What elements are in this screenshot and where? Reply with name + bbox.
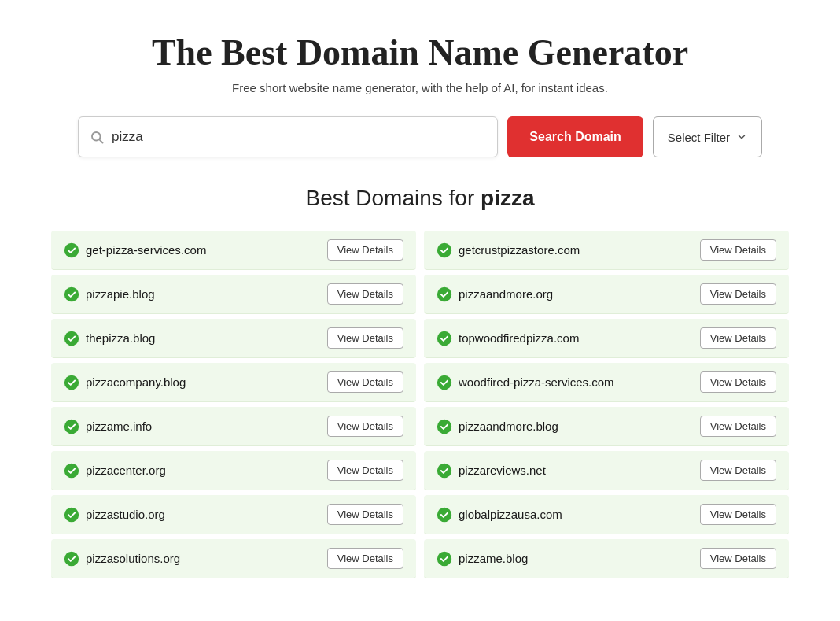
view-details-button[interactable]: View Details — [700, 327, 776, 349]
domain-row-right: getcrustpizzastore.com View Details — [424, 231, 789, 270]
check-circle-icon — [437, 286, 452, 302]
results-heading-prefix: Best Domains for — [306, 186, 481, 210]
domain-left: pizzareviews.net — [437, 463, 546, 479]
svg-point-4 — [64, 286, 79, 301]
domain-name: pizzapie.blog — [86, 287, 155, 301]
check-circle-icon — [437, 419, 452, 434]
domain-row-left: pizzacompany.blog View Details — [51, 363, 416, 402]
view-details-button[interactable]: View Details — [327, 548, 403, 569]
domain-left: pizzame.info — [64, 419, 152, 434]
domain-left: getcrustpizzastore.com — [437, 242, 580, 258]
view-details-button[interactable]: View Details — [327, 283, 403, 305]
view-details-button[interactable]: View Details — [327, 239, 403, 261]
domain-name: pizzareviews.net — [459, 464, 546, 477]
svg-point-3 — [437, 242, 451, 257]
view-details-button[interactable]: View Details — [700, 504, 776, 525]
domain-row-left: pizzame.info View Details — [51, 407, 416, 446]
svg-point-11 — [437, 419, 451, 433]
check-circle-icon — [64, 375, 79, 390]
domain-row-left: get-pizza-services.com View Details — [51, 231, 416, 270]
domains-grid: get-pizza-services.com View Details getc… — [47, 228, 793, 581]
check-circle-icon — [64, 463, 79, 479]
view-details-button[interactable]: View Details — [327, 416, 403, 437]
chevron-down-icon — [736, 131, 747, 142]
domain-name: getcrustpizzastore.com — [459, 243, 580, 257]
domain-left: pizzapie.blog — [64, 286, 155, 302]
view-details-button[interactable]: View Details — [700, 239, 776, 261]
domain-row-left: pizzasolutions.org View Details — [51, 539, 416, 578]
page-title: The Best Domain Name Generator — [47, 31, 793, 73]
domain-row-right: woodfired-pizza-services.com View Detail… — [424, 363, 789, 402]
view-details-button[interactable]: View Details — [700, 283, 776, 305]
check-circle-icon — [64, 331, 79, 346]
view-details-button[interactable]: View Details — [700, 371, 776, 393]
domain-left: woodfired-pizza-services.com — [437, 375, 614, 390]
domain-left: topwoodfiredpizza.com — [437, 331, 579, 346]
domain-name: pizzacenter.org — [86, 464, 166, 477]
results-heading-keyword: pizza — [481, 186, 534, 210]
page-subtitle: Free short website name generator, with … — [47, 81, 793, 94]
domain-row-left: thepizza.blog View Details — [51, 319, 416, 358]
domain-name: get-pizza-services.com — [86, 243, 206, 257]
search-icon — [90, 130, 104, 144]
view-details-button[interactable]: View Details — [327, 504, 403, 525]
search-input-wrapper — [78, 116, 498, 157]
check-circle-icon — [437, 551, 452, 567]
domain-left: pizzacompany.blog — [64, 375, 186, 390]
svg-point-15 — [437, 507, 451, 521]
view-details-button[interactable]: View Details — [700, 416, 776, 437]
domain-left: pizzacenter.org — [64, 463, 166, 479]
domain-left: pizzastudio.org — [64, 507, 165, 523]
domain-row-right: pizzame.blog View Details — [424, 539, 789, 578]
check-circle-icon — [437, 375, 452, 390]
search-input[interactable] — [112, 129, 486, 145]
svg-point-12 — [64, 463, 79, 477]
domain-row-left: pizzapie.blog View Details — [51, 275, 416, 314]
domain-name: thepizza.blog — [86, 331, 155, 345]
svg-point-9 — [437, 375, 451, 389]
check-circle-icon — [437, 463, 452, 479]
svg-point-7 — [437, 331, 451, 345]
view-details-button[interactable]: View Details — [700, 460, 776, 481]
domain-name: pizzame.blog — [459, 552, 528, 565]
domain-left: thepizza.blog — [64, 331, 155, 346]
domain-name: pizzasolutions.org — [86, 552, 180, 565]
search-bar-container: Search Domain Select Filter — [78, 116, 762, 157]
domain-left: pizzaandmore.org — [437, 286, 553, 302]
domain-row-right: globalpizzausa.com View Details — [424, 495, 789, 534]
view-details-button[interactable]: View Details — [327, 460, 403, 481]
check-circle-icon — [64, 286, 79, 302]
search-button[interactable]: Search Domain — [507, 116, 643, 157]
filter-button[interactable]: Select Filter — [653, 116, 762, 157]
svg-line-1 — [99, 139, 102, 142]
svg-point-6 — [64, 331, 79, 345]
svg-point-5 — [437, 286, 451, 301]
domain-name: globalpizzausa.com — [459, 508, 562, 521]
domain-name: pizzastudio.org — [86, 508, 165, 521]
view-details-button[interactable]: View Details — [327, 371, 403, 393]
domain-name: pizzaandmore.org — [459, 287, 553, 301]
svg-point-14 — [64, 507, 79, 521]
view-details-button[interactable]: View Details — [700, 548, 776, 569]
check-circle-icon — [437, 507, 452, 523]
check-circle-icon — [64, 551, 79, 567]
svg-point-10 — [64, 419, 79, 433]
domain-left: pizzame.blog — [437, 551, 528, 567]
svg-point-13 — [437, 463, 451, 477]
domain-row-right: pizzaandmore.blog View Details — [424, 407, 789, 446]
results-heading: Best Domains for pizza — [47, 186, 793, 211]
domain-left: pizzasolutions.org — [64, 551, 180, 567]
check-circle-icon — [64, 242, 79, 258]
check-circle-icon — [437, 242, 452, 258]
domain-left: pizzaandmore.blog — [437, 419, 558, 434]
domain-name: pizzaandmore.blog — [459, 420, 558, 433]
filter-label: Select Filter — [668, 131, 730, 144]
domain-row-right: pizzaandmore.org View Details — [424, 275, 789, 314]
domain-name: pizzacompany.blog — [86, 375, 186, 389]
svg-point-8 — [64, 375, 79, 389]
svg-point-17 — [437, 551, 451, 565]
check-circle-icon — [64, 419, 79, 434]
domain-row-left: pizzastudio.org View Details — [51, 495, 416, 534]
domain-name: pizzame.info — [86, 420, 152, 433]
view-details-button[interactable]: View Details — [327, 327, 403, 349]
